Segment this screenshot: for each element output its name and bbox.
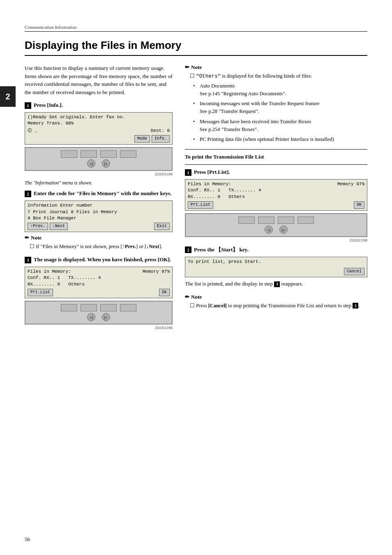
device-btn-c	[100, 150, 117, 158]
right-note-2-title: ✏ Note	[185, 294, 367, 300]
intro-text: Use this function to display a summary o…	[25, 64, 173, 96]
nav-right: ▷	[102, 159, 110, 168]
divider-1	[185, 149, 367, 150]
section2-title: To print the Transmission File List	[185, 154, 367, 160]
right-step-1-label: Press [Prt.List].	[194, 169, 230, 175]
device-btn-f	[81, 304, 97, 311]
lcd4-ok-btn: OK	[354, 201, 364, 209]
step1-caption: The "Information" menu is shown.	[25, 180, 173, 186]
step2-note-title: ✏ Note	[25, 235, 173, 241]
step-1-num: 1	[25, 102, 31, 109]
lcd1-row2: Memory Trans. 98%	[28, 120, 170, 127]
lcd1-buttons: Mode Info.	[28, 135, 170, 143]
lcd2-next-btn: ↓Next	[50, 223, 68, 230]
device-panel-1: ◁ ▷	[25, 147, 173, 171]
right-note-2-body: ☐ Press [Cancel] to stop printing the Tr…	[185, 302, 367, 310]
lcd2-row2: 7 Print Journal 8 Files in Memory	[28, 209, 170, 215]
lcd4-buttons: Prt.List OK	[188, 201, 364, 209]
lcd2-prev-btn: ↑Prev.	[28, 223, 48, 230]
step-3-header: 3 The usage is displayed. When you have …	[25, 256, 173, 263]
right-caption: The list is printed, and the display in …	[185, 280, 367, 288]
content-area: Use this function to display a summary o…	[25, 64, 367, 334]
lcd3-row-title: Files in Memory: Memory 97%	[28, 269, 170, 275]
divider-2	[185, 164, 367, 165]
nav-right-2: ▷	[102, 313, 110, 321]
lcd-screen-4: Files in Memory: Memory 97% Conf. RX.. 1…	[185, 179, 367, 211]
page-title: Displaying the Files in Memory	[25, 39, 367, 56]
step-2-label: Enter the code for "Files in Memory" wit…	[34, 190, 171, 197]
step-ref-badge: 3	[274, 281, 280, 287]
lcd4-row1: Conf. RX.. 1 TX........ 4	[188, 187, 364, 193]
nav-left-2: ◁	[87, 313, 95, 321]
note-icon-3: ✏	[185, 294, 189, 300]
right-step-1-header: 1 Press [Prt.List].	[185, 169, 367, 176]
step-2-header: 2 Enter the code for "Files in Memory" w…	[25, 190, 173, 197]
note-icon-2: ✏	[185, 64, 189, 71]
step-3-label: The usage is displayed. When you have fi…	[34, 256, 171, 263]
lcd4-row2: RX........ 0 Others	[188, 194, 364, 200]
step-ref-badge-2: 3	[353, 303, 358, 309]
right-step-2-header: 2 Press the 【Start】 key.	[185, 246, 367, 253]
lcd-screen-2: Information Enter number 7 Print Journal…	[25, 200, 173, 232]
device-panel-2: ◁ ▷	[25, 301, 173, 325]
device-btn-row-3	[188, 216, 364, 224]
nav-left: ◁	[87, 159, 95, 168]
lcd1-code: ZGS8310N	[25, 173, 173, 177]
device-panel-3: ◁ ▷	[185, 213, 367, 237]
page: 2 Communication Information Displaying t…	[0, 0, 392, 555]
note-icon-1: ✏	[25, 235, 29, 241]
device-btn-k	[278, 216, 294, 224]
page-number: 56	[25, 536, 30, 543]
lcd3-code: ZGS8220N	[25, 326, 173, 330]
step-1-header: 1 Press [Info.].	[25, 102, 173, 109]
right-note-body: ☐ "Others" is displayed for the followin…	[185, 72, 367, 143]
left-column: Use this function to display a summary o…	[25, 64, 173, 334]
lcd-screen-3: Files in Memory: Memory 97% Conf. RX.. 1…	[25, 267, 173, 298]
lcd5-cancel-btn: Cancel	[344, 268, 364, 275]
lcd1-info-btn: Info.	[152, 135, 170, 143]
lcd3-ok-btn: OK	[159, 289, 170, 296]
lcd4-row-title: Files in Memory: Memory 97%	[188, 181, 364, 187]
device-btn-e	[61, 304, 77, 311]
step2-note: ✏ Note ☐ If "Files in Memory" is not sho…	[25, 235, 173, 251]
lcd-screen-5: To print list, press Start. Cancel	[185, 257, 367, 277]
lcd3-row2: RX........ 0 Others	[28, 281, 170, 288]
lcd4-code: ZGS8220N	[185, 239, 367, 243]
right-note-section: ✏ Note ☐ "Others" is displayed for the f…	[185, 64, 367, 143]
lcd1-row3: Ⓒ _ Dest: 0	[28, 128, 170, 134]
lcd2-row1: Information Enter number	[28, 203, 170, 209]
lcd5-row1: To print list, press Start.	[188, 259, 364, 265]
lcd3-buttons: Prt.List OK	[28, 289, 170, 296]
right-note-list: Auto DocumentsSee p.145 "Registering Aut…	[190, 82, 367, 143]
lcd5-buttons: Cancel	[188, 268, 364, 275]
bullet-1: Auto DocumentsSee p.145 "Registering Aut…	[193, 82, 367, 98]
device-btn-h	[120, 304, 136, 311]
right-step-2-label: Press the 【Start】 key.	[194, 246, 249, 253]
device-btn-d	[120, 150, 136, 158]
device-nav-1: ◁ ▷	[28, 159, 169, 168]
device-btn-a	[61, 150, 77, 158]
right-column: ✏ Note ☐ "Others" is displayed for the f…	[185, 64, 367, 334]
step-1-label: Press [Info.].	[34, 102, 63, 108]
device-btn-row-2	[28, 304, 169, 311]
right-step-2-num: 2	[185, 246, 191, 253]
lcd-screen-1: ()Ready Set originals. Enter fax no. Mem…	[25, 112, 173, 145]
bullet-4: PC Printing data file (when optional Pri…	[193, 136, 367, 143]
device-nav-3: ◁ ▷	[188, 226, 364, 234]
bullet-3: Messages that have been received into Tr…	[193, 118, 367, 134]
bullet-2: Incoming messages sent with the Transfer…	[193, 100, 367, 115]
lcd4-prtlist-btn: Prt.List	[188, 201, 213, 209]
device-btn-i	[238, 216, 255, 224]
right-note-2-section: ✏ Note ☐ Press [Cancel] to stop printing…	[185, 294, 367, 310]
nav-right-3: ▷	[279, 226, 288, 234]
step2-note-body: ☐ If "Files in Memory" is not shown, pre…	[25, 243, 173, 251]
breadcrumb: Communication Information	[25, 25, 367, 32]
lcd2-buttons: ↑Prev. ↓Next Exit	[28, 223, 170, 230]
lcd2-row3: 9 Box File Manager	[28, 215, 170, 221]
device-btn-j	[258, 216, 274, 224]
nav-left-3: ◁	[265, 226, 273, 234]
device-btn-l	[297, 216, 314, 224]
lcd2-exit-btn: Exit	[154, 223, 170, 230]
lcd1-mode-btn: Mode	[134, 135, 150, 143]
lcd1-row1: ()Ready Set originals. Enter fax no.	[28, 114, 170, 120]
